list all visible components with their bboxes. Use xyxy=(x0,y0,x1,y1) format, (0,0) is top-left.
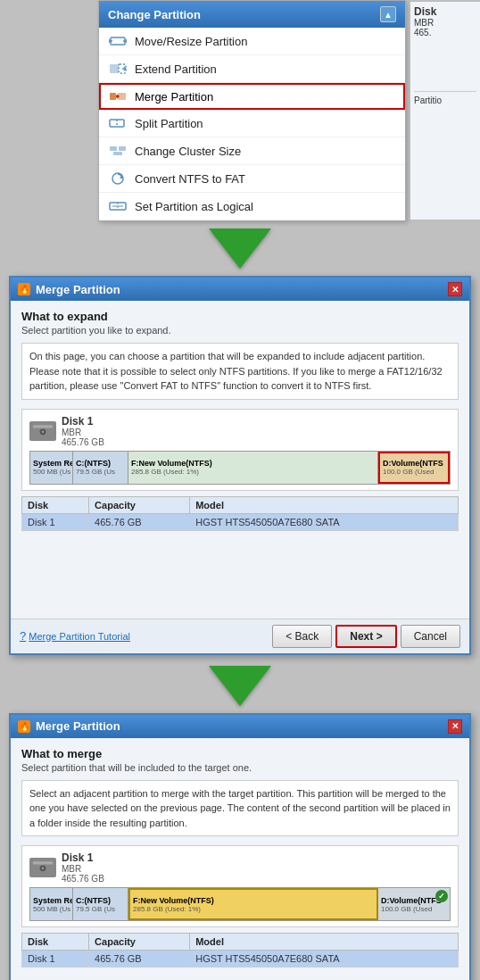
dialog1-disk-size: 465.76 GB xyxy=(62,437,104,447)
dialog1-next-button[interactable]: Next > xyxy=(335,625,396,648)
dialog1-sysres-size: 500 MB (Us xyxy=(33,468,70,476)
svg-rect-13 xyxy=(113,152,122,155)
dialog1-disk-table: Disk Capacity Model Disk 1 465.76 GB HGS… xyxy=(21,496,459,531)
svg-rect-11 xyxy=(110,146,117,151)
convert-icon xyxy=(108,170,128,187)
dialog1-what-to-sub: Select partition you like to expand. xyxy=(21,325,459,336)
dialog2-info-text: Select an adjacent partition to merge wi… xyxy=(29,788,451,828)
disk-icon-2 xyxy=(29,858,56,877)
menu-item-convert[interactable]: Convert NTFS to FAT xyxy=(99,165,405,193)
right-panel-stub: Disk MBR 465. Partitio xyxy=(410,1,480,220)
dialog2-titlebar: 🔥 Merge Partition ✕ xyxy=(11,715,469,738)
move-resize-icon xyxy=(108,33,128,49)
dialog1-c-name: C:(NTFS) xyxy=(76,459,111,468)
svg-rect-3 xyxy=(110,64,119,73)
dialog2-spacer xyxy=(21,975,459,980)
dialog1-tutorial-link[interactable]: ? Merge Partition Tutorial xyxy=(20,629,130,643)
flame-icon-2: 🔥 xyxy=(18,720,30,733)
dialog2-disk-info: Disk 1 MBR 465.76 GB xyxy=(62,851,104,884)
extend-label: Extend Partition xyxy=(135,62,217,76)
dialog2-part-d[interactable]: D:Volume(NTFS 100.0 GB (Used ✓ xyxy=(378,888,450,920)
logical-label: Set Partition as Logical xyxy=(135,200,253,213)
dialog1-row-capacity: 465.76 GB xyxy=(89,513,190,530)
right-disk-size: 465. xyxy=(414,28,476,37)
dialog1-table-row[interactable]: Disk 1 465.76 GB HGST HTS545050A7E680 SA… xyxy=(22,513,459,530)
dialog1-part-c[interactable]: C:(NTFS) 79.5 GB (Us xyxy=(73,452,128,484)
dialog2-part-f[interactable]: F:New Volume(NTFS) 285.8 GB (Used: 1%) xyxy=(128,888,378,920)
dialog1-c-size: 79.5 GB (Us xyxy=(76,468,115,476)
dropdown-menu: Change Partition ▲ Move/Resize Partition xyxy=(98,0,406,221)
dialog2-disk-type: MBR xyxy=(62,864,104,874)
dialog1-tutorial-label: Merge Partition Tutorial xyxy=(29,631,130,642)
svg-rect-0 xyxy=(111,37,125,45)
convert-label: Convert NTFS to FAT xyxy=(135,172,245,186)
dialog1-f-size: 285.8 GB (Used: 1%) xyxy=(131,468,199,476)
dialog1-d-size: 100.0 GB (Used xyxy=(383,468,434,476)
dialog2-body: What to merge Select partition that will… xyxy=(11,738,469,981)
dialog1-footer: ? Merge Partition Tutorial < Back Next >… xyxy=(11,619,469,653)
split-icon xyxy=(108,115,128,131)
menu-item-split[interactable]: Split Partition xyxy=(99,110,405,137)
dialog1-disk-label-row: Disk 1 MBR 465.76 GB xyxy=(29,415,451,447)
svg-rect-6 xyxy=(110,93,116,100)
dialog2-sysres-name: System Res xyxy=(33,896,73,905)
dialog1-table-col-model: Model xyxy=(190,496,459,513)
dialog1-part-f[interactable]: F:New Volume(NTFS) 285.8 GB (Used: 1%) xyxy=(128,452,378,484)
dialog1-disk-visual: Disk 1 MBR 465.76 GB System Res 500 MB (… xyxy=(21,409,459,491)
dialog1-part-sysres[interactable]: System Res 500 MB (Us xyxy=(30,452,73,484)
svg-rect-25 xyxy=(33,861,53,864)
svg-rect-21 xyxy=(33,425,53,428)
dialog2-disk-size: 465.76 GB xyxy=(62,874,104,884)
arrow-1 xyxy=(0,221,480,272)
dialog1-title: Merge Partition xyxy=(36,283,120,296)
dialog2-row-capacity: 465.76 GB xyxy=(89,951,190,968)
svg-point-24 xyxy=(42,868,45,870)
right-disk-label: Disk xyxy=(414,5,476,18)
dialog1-partition-bar: System Res 500 MB (Us C:(NTFS) 79.5 GB (… xyxy=(29,451,451,485)
dialog2-what-to: What to merge xyxy=(21,747,459,760)
dialog2-info-box: Select an adjacent partition to merge wi… xyxy=(21,780,459,837)
dialog2-sysres-size: 500 MB (Us xyxy=(33,905,70,913)
dialog-1: 🔥 Merge Partition ✕ What to expand Selec… xyxy=(9,276,471,655)
dialog1-disk-type: MBR xyxy=(62,428,104,437)
down-arrow-icon xyxy=(209,228,271,269)
dialog2-table-col-model: Model xyxy=(190,934,459,951)
dialog1-row-disk: Disk 1 xyxy=(22,513,89,530)
collapse-button[interactable]: ▲ xyxy=(380,6,396,22)
cluster-label: Change Cluster Size xyxy=(135,145,241,158)
menu-item-extend[interactable]: Extend Partition xyxy=(99,55,405,83)
menu-item-cluster[interactable]: Change Cluster Size xyxy=(99,137,405,165)
menu-item-logical[interactable]: Set Partition as Logical xyxy=(99,193,405,220)
svg-point-20 xyxy=(42,430,45,433)
dialog2-partition-bar: System Res 500 MB (Us C:(NTFS) 79.5 GB (… xyxy=(29,887,451,921)
dialog2-d-size: 100.0 GB (Used xyxy=(381,905,432,913)
dialog2-disk-name: Disk 1 xyxy=(62,851,104,864)
dialog2-disk-table: Disk Capacity Model Disk 1 465.76 GB HGS… xyxy=(21,933,459,968)
logical-icon xyxy=(108,198,128,214)
dialog2-table-row[interactable]: Disk 1 465.76 GB HGST HTS545050A7E680 SA… xyxy=(22,951,459,968)
dialog1-footer-buttons: < Back Next > Cancel xyxy=(272,625,460,648)
dialog2-disk-visual: Disk 1 MBR 465.76 GB System Res 500 MB (… xyxy=(21,845,459,927)
menu-item-merge[interactable]: Merge Partition xyxy=(99,83,405,110)
flame-icon-1: 🔥 xyxy=(18,283,30,295)
svg-rect-12 xyxy=(119,146,126,151)
arrow-2 xyxy=(0,659,480,710)
dialog2-f-size: 285.8 GB (Used: 1%) xyxy=(133,905,201,913)
dialog2-row-disk: Disk 1 xyxy=(22,951,89,968)
dialog1-info-box: On this page, you can choose a partition… xyxy=(21,343,459,400)
dialog-2: 🔥 Merge Partition ✕ What to merge Select… xyxy=(9,713,471,981)
dialog1-table-col-capacity: Capacity xyxy=(89,496,190,513)
dialog2-part-c[interactable]: C:(NTFS) 79.5 GB (Us xyxy=(73,888,128,920)
dialog1-titlebar: 🔥 Merge Partition ✕ xyxy=(11,278,469,301)
move-resize-label: Move/Resize Partition xyxy=(135,35,247,48)
dialog1-back-button[interactable]: < Back xyxy=(272,625,332,648)
dialog1-close-button[interactable]: ✕ xyxy=(448,282,462,296)
dialog1-f-name: F:New Volume(NTFS) xyxy=(131,459,212,468)
extend-icon xyxy=(108,61,128,77)
dialog2-table-col-capacity: Capacity xyxy=(89,934,190,951)
dialog1-part-d[interactable]: D:Volume(NTFS 100.0 GB (Used xyxy=(378,452,450,484)
dialog1-cancel-button[interactable]: Cancel xyxy=(401,625,460,648)
dialog2-part-sysres[interactable]: System Res 500 MB (Us xyxy=(30,888,73,920)
dialog2-close-button[interactable]: ✕ xyxy=(448,719,462,734)
menu-item-move-resize[interactable]: Move/Resize Partition xyxy=(99,28,405,55)
